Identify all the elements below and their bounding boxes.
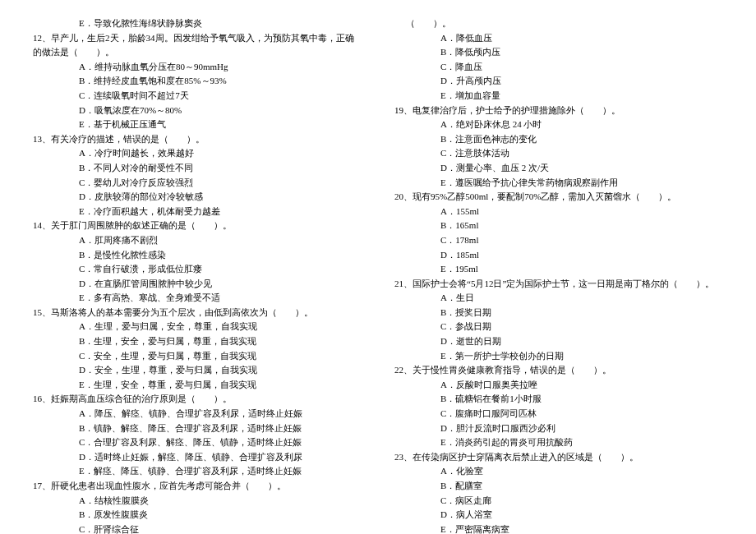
- q-num: 15、: [33, 307, 51, 317]
- option: B．镇静、解痉、降压、合理扩容及利尿，适时终止妊娠: [79, 421, 362, 436]
- option: C．降血压: [440, 60, 723, 75]
- question-20: 20、现有95%乙醇500ml，要配制70%乙醇，需加入灭菌馏水（ ）。: [394, 190, 723, 205]
- option: B．生理，安全，爱与归属，尊重，自我实现: [79, 334, 362, 349]
- q-num: 23、: [394, 452, 413, 462]
- option: C．参战日期: [440, 320, 723, 334]
- option: D．胆汁反流时口服西沙必利: [440, 421, 723, 436]
- option: A．降低血压: [440, 31, 723, 46]
- option: A．绝对卧床休息 24 小时: [440, 117, 723, 132]
- option: D．逝世的日期: [440, 334, 723, 349]
- option: B．授奖日期: [440, 306, 723, 320]
- q15-options: A．生理，爱与归属，安全，尊重，自我实现 B．生理，安全，爱与归属，尊重，自我实…: [79, 320, 362, 392]
- option: E．生理，安全，尊重，爱与归属，自我实现: [79, 378, 362, 393]
- option: C．178ml: [440, 233, 723, 248]
- q-text: 国际护士会将“5月12日”定为国际护士节，这一日期是南丁格尔的（ ）。: [413, 279, 714, 288]
- q-num: 22、: [394, 365, 413, 375]
- option: A．生理，爱与归属，安全，尊重，自我实现: [79, 320, 362, 334]
- option: E．严密隔离病室: [440, 522, 723, 534]
- option: A．反酸时口服奥美拉唑: [440, 378, 723, 393]
- question-16: 16、妊娠期高血压综合征的治疗原则是（ ）。: [33, 392, 362, 407]
- option: E．第一所护士学校创办的日期: [440, 349, 723, 364]
- option: B．硫糖铝在餐前1小时服: [440, 392, 723, 407]
- option: C．注意肢体活动: [440, 146, 723, 161]
- q-text: 早产儿，生后2天，胎龄34周。因发绀给予氧气吸入，为预防其氧中毒，正确的做法是（…: [33, 33, 354, 58]
- question-23: 23、在传染病区护士穿隔离衣后禁止进入的区域是（ ）。: [394, 450, 723, 465]
- option: D．皮肤较薄的部位对冷较敏感: [79, 190, 362, 205]
- option: D．升高颅内压: [440, 74, 723, 89]
- q-text: 关于肛门周围脓肿的叙述正确的是（ ）。: [51, 220, 232, 230]
- question-14: 14、关于肛门周围脓肿的叙述正确的是（ ）。: [33, 219, 362, 233]
- q-text: 肝硬化患者出现血性腹水，应首先考虑可能合并（ ）。: [51, 481, 286, 490]
- option: C．合理扩容及利尿、解痉、降压、镇静，适时终止妊娠: [79, 435, 362, 450]
- q-num: 12、: [33, 33, 51, 43]
- option: E．解痉、降压、镇静、合理扩容及利尿，适时终止妊娠: [79, 464, 362, 479]
- option: D．185ml: [440, 248, 723, 263]
- q23-options: A．化验室 B．配膳室 C．病区走廊 D．病人浴室 E．严密隔离病室: [440, 464, 723, 534]
- q22-options: A．反酸时口服奥美拉唑 B．硫糖铝在餐前1小时服 C．腹痛时口服阿司匹林 D．胆…: [440, 378, 723, 450]
- q-num: 13、: [33, 134, 51, 144]
- q14-options: A．肛周疼痛不剧烈 B．是慢性化脓性感染 C．常自行破溃，形成低位肛瘘 D．在直…: [79, 233, 362, 306]
- option: B．原发性腹膜炎: [79, 508, 362, 522]
- option: B．注意面色神志的变化: [440, 132, 723, 147]
- q-text: 马斯洛将人的基本需要分为五个层次，由低到高依次为（ ）。: [51, 307, 313, 317]
- option: E．增加血容量: [440, 89, 723, 104]
- question-22: 22、关于慢性胃炎健康教育指导，错误的是（ ）。: [394, 363, 723, 378]
- q16-options: A．降压、解痉、镇静、合理扩容及利尿，适时终止妊娠 B．镇静、解痉、降压、合理扩…: [79, 407, 362, 479]
- option: C．肝肾综合征: [79, 522, 362, 534]
- left-column: E．导致化脓性海绵状静脉窦炎 12、早产儿，生后2天，胎龄34周。因发绀给予氧气…: [33, 16, 362, 534]
- q18-options: A．降低血压 B．降低颅内压 C．降血压 D．升高颅内压 E．增加血容量: [440, 31, 723, 104]
- option: A．155ml: [440, 205, 723, 219]
- option: A．降压、解痉、镇静、合理扩容及利尿，适时终止妊娠: [79, 407, 362, 421]
- q-num: 16、: [33, 394, 51, 403]
- option: A．生日: [440, 291, 723, 306]
- option: E．消炎药引起的胃炎可用抗酸药: [440, 435, 723, 450]
- option: D．安全，生理，尊重，爱与归属，自我实现: [79, 363, 362, 378]
- option: C．病区走廊: [440, 494, 723, 509]
- option: D．吸氧浓度在70%～80%: [79, 104, 362, 118]
- q-text: 现有95%乙醇500ml，要配制70%乙醇，需加入灭菌馏水（ ）。: [413, 191, 676, 201]
- q21-options: A．生日 B．授奖日期 C．参战日期 D．逝世的日期 E．第一所护士学校创办的日…: [440, 291, 723, 363]
- option: E．基于机械正压通气: [79, 117, 362, 132]
- option: A．维持动脉血氧分压在80～90mmHg: [79, 60, 362, 75]
- q-num: 19、: [394, 105, 413, 115]
- option: B．165ml: [440, 219, 723, 233]
- q-num: 14、: [33, 220, 51, 230]
- option: A．结核性腹膜炎: [79, 494, 362, 509]
- option: D．病人浴室: [440, 508, 723, 522]
- option: B．降低颅内压: [440, 45, 723, 60]
- question-12: 12、早产儿，生后2天，胎龄34周。因发绀给予氧气吸入，为预防其氧中毒，正确的做…: [33, 31, 362, 60]
- q12-options: A．维持动脉血氧分压在80～90mmHg B．维持经皮血氧饱和度在85%～93%…: [79, 60, 362, 132]
- option-e-prev: E．导致化脓性海绵状静脉窦炎: [79, 16, 362, 31]
- question-15: 15、马斯洛将人的基本需要分为五个层次，由低到高依次为（ ）。: [33, 306, 362, 320]
- q13-options: A．冷疗时间越长，效果越好 B．不同人对冷的耐受性不同 C．婴幼儿对冷疗反应较强…: [79, 146, 362, 219]
- q-num: 17、: [33, 481, 51, 490]
- option: D．测量心率、血压 2 次/天: [440, 161, 723, 176]
- option: B．配膳室: [440, 479, 723, 494]
- q-text: 有关冷疗的描述，错误的是（ ）。: [51, 134, 205, 144]
- q20-options: A．155ml B．165ml C．178ml D．185ml E．195ml: [440, 205, 723, 277]
- option: C．安全，生理，爱与归属，尊重，自我实现: [79, 349, 362, 364]
- option: B．不同人对冷的耐受性不同: [79, 161, 362, 176]
- option: A．肛周疼痛不剧烈: [79, 233, 362, 248]
- option: D．适时终止妊娠，解痉、降压、镇静、合理扩容及利尿: [79, 450, 362, 465]
- option: B．维持经皮血氧饱和度在85%～93%: [79, 74, 362, 89]
- option: A．冷疗时间越长，效果越好: [79, 146, 362, 161]
- q-text: 电复律治疗后，护士给予的护理措施除外（ ）。: [413, 105, 620, 115]
- option: C．连续吸氧时间不超过7天: [79, 89, 362, 104]
- question-21: 21、国际护士会将“5月12日”定为国际护士节，这一日期是南丁格尔的（ ）。: [394, 277, 723, 292]
- q-num: 21、: [394, 279, 413, 288]
- option: A．化验室: [440, 464, 723, 479]
- question-17: 17、肝硬化患者出现血性腹水，应首先考虑可能合并（ ）。: [33, 479, 362, 494]
- option: E．195ml: [440, 262, 723, 277]
- q-text: 关于慢性胃炎健康教育指导，错误的是（ ）。: [413, 365, 611, 375]
- q17-options: A．结核性腹膜炎 B．原发性腹膜炎 C．肝肾综合征 D．门静脉血栓形成 E．肝硬…: [79, 494, 362, 534]
- q18-cont: （ ）。: [406, 16, 723, 31]
- right-column: （ ）。 A．降低血压 B．降低颅内压 C．降血压 D．升高颅内压 E．增加血容…: [394, 16, 723, 534]
- q-text: 在传染病区护士穿隔离衣后禁止进入的区域是（ ）。: [413, 452, 638, 462]
- option: E．冷疗面积越大，机体耐受力越差: [79, 205, 362, 219]
- question-13: 13、有关冷疗的描述，错误的是（ ）。: [33, 132, 362, 147]
- q19-options: A．绝对卧床休息 24 小时 B．注意面色神志的变化 C．注意肢体活动 D．测量…: [440, 117, 723, 190]
- option: E．多有高热、寒战、全身难受不适: [79, 291, 362, 306]
- question-19: 19、电复律治疗后，护士给予的护理措施除外（ ）。: [394, 104, 723, 118]
- option: E．遵医嘱给予抗心律失常药物病观察副作用: [440, 176, 723, 191]
